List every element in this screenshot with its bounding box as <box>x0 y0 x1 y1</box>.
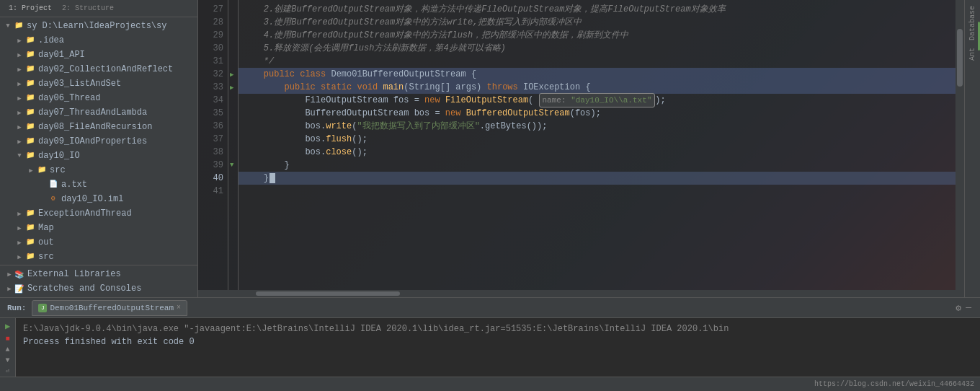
tab-structure[interactable]: 2: Structure <box>58 3 118 14</box>
fn-write: write <box>326 120 352 133</box>
folder-icon-src: 📁 <box>36 165 48 175</box>
scroll-down-button[interactable]: ▼ <box>2 356 14 364</box>
tree-item-day10[interactable]: ▼ 📁 day10_IO <box>0 149 197 163</box>
stop-button[interactable]: ■ <box>2 335 14 343</box>
scroll-up-button[interactable]: ▲ <box>2 346 14 353</box>
vertical-scrollbar[interactable] <box>956 0 964 290</box>
output-result: Process finished with exit code 0 <box>23 335 973 348</box>
folder-icon-day02: 📁 <box>24 64 36 74</box>
run-tab-icon: J <box>38 304 47 312</box>
code-line-30: 5.释放资源(会先调用flush方法刷新数据，第4步就可以省略) <box>239 42 956 55</box>
bos-37: bos. <box>243 133 326 146</box>
getbytes-36: .getBytes()); <box>480 120 548 133</box>
tree-label-srctop: src <box>38 252 54 262</box>
paren-37: (); <box>352 133 368 146</box>
paren-33: ( <box>404 81 409 94</box>
code-line-29: 4.使用BufferedOutputStream对象中的方法flush，把内部缓… <box>239 29 956 42</box>
tree-item-day06[interactable]: ▶ 📁 day06_Thread <box>0 91 197 105</box>
tree-item-sy[interactable]: ▼ 📁 sy D:\Learn\IdeaProjects\sy <box>0 19 197 33</box>
mk-27 <box>228 3 238 16</box>
tree-item-map[interactable]: ▶ 📁 Map <box>0 221 197 235</box>
scratches-consoles-label: Scratches and Consoles <box>27 284 141 294</box>
sidebar-footer: ▶ 📚 External Libraries ▶ 📝 Scratches and… <box>0 265 197 297</box>
h-scrollbar-thumb[interactable] <box>256 291 400 296</box>
ln-40: 40 <box>198 172 228 185</box>
play-button[interactable]: ▶ <box>2 321 14 332</box>
bottom-controls: ▶ ■ ▲ ▼ ⏎ <box>0 318 16 377</box>
var-bos: bos <box>414 107 435 120</box>
project-tree: ▼ 📁 sy D:\Learn\IdeaProjects\sy ▶ 📁 .ide… <box>0 17 197 265</box>
tree-item-day08[interactable]: ▶ 📁 day08_FileAndRecursion <box>0 120 197 134</box>
right-edge-icons <box>964 0 980 3</box>
tree-label-day06: day06_Thread <box>38 93 100 103</box>
vtab-database[interactable]: Database <box>967 3 978 43</box>
tree-item-src[interactable]: ▶ 📁 src <box>0 163 197 177</box>
cursor <box>270 173 275 183</box>
tree-label-exception: ExceptionAndThread <box>38 208 132 219</box>
tree-item-day03[interactable]: ▶ 📁 day03_ListAndSet <box>0 76 197 91</box>
folder-icon-idea: 📁 <box>24 35 36 45</box>
tree-item-idea[interactable]: ▶ 📁 .idea <box>0 33 197 48</box>
right-panel: 27 28 29 30 31 32 33 34 35 36 37 38 39 4… <box>198 0 980 297</box>
code-editor[interactable]: 27 28 29 30 31 32 33 34 35 36 37 38 39 4… <box>198 0 964 290</box>
run-label: Run: <box>3 304 30 312</box>
arrow-day02: ▶ <box>14 66 24 74</box>
line-numbers: 27 28 29 30 31 32 33 34 35 36 37 38 39 4… <box>198 0 228 290</box>
folder-icon-srctop: 📁 <box>24 252 36 262</box>
scratches-consoles-item[interactable]: ▶ 📝 Scratches and Consoles <box>0 281 197 296</box>
external-libraries-item[interactable]: ▶ 📚 External Libraries <box>0 267 197 281</box>
tree-label-map: Map <box>38 223 54 233</box>
code-line-35: BufferedOutputStream bos = new BufferedO… <box>239 107 956 120</box>
brace-40: } <box>243 172 269 185</box>
tab-project[interactable]: 1: Project <box>4 3 56 14</box>
tooltip-label: name: <box>543 96 566 105</box>
file-icon-atxt: 📄 <box>48 180 59 190</box>
tree-item-srctop[interactable]: ▶ 📁 src <box>0 250 197 264</box>
kw-class: class <box>300 68 331 81</box>
tree-item-day01[interactable]: ▶ 📁 day01_API <box>0 48 197 62</box>
tree-item-atxt[interactable]: 📄 a.txt <box>0 177 197 192</box>
args-33: args) <box>450 81 486 94</box>
tree-item-day02[interactable]: ▶ 📁 day02_CollectionAndReflect <box>0 62 197 76</box>
arrow-day08: ▶ <box>14 123 24 131</box>
mk-32: ▶ <box>228 68 238 81</box>
settings-icon[interactable]: ⚙ <box>956 302 961 314</box>
code-content-28: 3.使用BufferedOutputStream对象中的方法write,把数据写… <box>243 16 582 29</box>
code-line-32: public class Demo01BufferedOutputStream … <box>239 68 956 81</box>
ln-30: 30 <box>198 42 228 55</box>
tree-item-day10iml[interactable]: ⚙ day10_IO.iml <box>0 192 197 206</box>
sidebar-header: 1: Project 2: Structure <box>0 0 197 17</box>
type-ioex: IOException <box>523 81 585 94</box>
code-lines[interactable]: 2.创建BufferedOutputStream对象，构造方法中传递FileOu… <box>239 0 956 290</box>
arrow-srctop: ▶ <box>14 253 24 261</box>
arrow-extlib: ▶ <box>4 271 14 278</box>
arrow-map: ▶ <box>14 224 24 232</box>
folder-icon-day08: 📁 <box>24 122 36 132</box>
bos-36: bos. <box>243 120 326 133</box>
wrap-button[interactable]: ⏎ <box>2 367 14 375</box>
tree-item-day07[interactable]: ▶ 📁 day07_ThreadAndLambda <box>0 105 197 120</box>
bottom-tabs-bar: Run: J Demo01BufferedOutputStream × ⚙ — <box>0 298 980 318</box>
bottom-toolbar-right: ⚙ — <box>956 302 977 314</box>
mk-40 <box>228 172 238 185</box>
tree-item-out[interactable]: ▶ 📁 out <box>0 235 197 250</box>
run-tab-close[interactable]: × <box>177 304 181 312</box>
horizontal-scrollbar[interactable] <box>198 290 964 297</box>
mk-35 <box>228 107 238 120</box>
run-tab[interactable]: J Demo01BufferedOutputStream × <box>32 300 187 316</box>
arrow-exception: ▶ <box>14 210 24 218</box>
tree-item-day09[interactable]: ▶ 📁 day09_IOAndProperties <box>0 134 197 149</box>
ln-33: 33 <box>198 81 228 94</box>
tree-item-exception[interactable]: ▶ 📁 ExceptionAndThread <box>0 206 197 221</box>
brace-39: } <box>243 159 290 172</box>
status-url: https://blog.csdn.net/weixin_44664432 <box>814 380 974 388</box>
ln-36: 36 <box>198 120 228 133</box>
tree-label-day07: day07_ThreadAndLambda <box>38 107 147 118</box>
close-panel-icon[interactable]: — <box>966 302 971 313</box>
scrollbar-thumb[interactable] <box>957 29 963 87</box>
code-area: 27 28 29 30 31 32 33 34 35 36 37 38 39 4… <box>198 0 964 297</box>
brace-33: { <box>585 81 590 94</box>
file-icon-day10iml: ⚙ <box>48 194 59 204</box>
vtab-ant[interactable]: Ant <box>967 45 978 63</box>
markers-column: ▶ ▶ ▼ <box>228 0 239 290</box>
